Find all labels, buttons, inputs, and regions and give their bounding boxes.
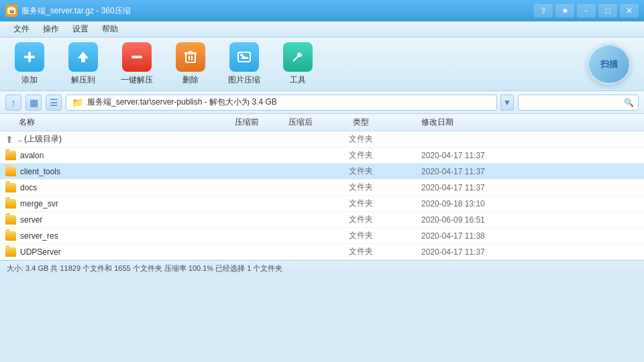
menu-help[interactable]: 帮助 (95, 22, 125, 36)
folder-icon (5, 215, 16, 225)
file-name: .. (上级目录) (17, 133, 62, 145)
column-headers: 名称 压缩前 压缩后 类型 修改日期 (0, 114, 644, 131)
svg-rect-7 (186, 54, 195, 62)
svg-rect-10 (189, 56, 190, 60)
add-icon (15, 42, 44, 72)
path-folder-icon: 📁 (72, 97, 83, 108)
search-icon[interactable]: 🔍 (624, 98, 634, 107)
extract-to-label: 解压到 (71, 74, 95, 86)
col-name-header: 名称 (5, 117, 220, 128)
file-name: server (20, 215, 42, 225)
folder-icon (5, 183, 16, 192)
folder-icon (5, 151, 16, 160)
maximize-button[interactable]: □ (598, 4, 617, 17)
col-after-header: 压缩后 (274, 117, 327, 128)
file-date: 2020-04-17 11:37 (394, 167, 639, 176)
svg-rect-1 (9, 7, 14, 9)
menu-settings[interactable]: 设置 (66, 22, 95, 36)
file-type: 文件夹 (327, 166, 394, 177)
bookmark-button[interactable]: ★ (555, 4, 574, 17)
svg-rect-6 (131, 56, 142, 58)
table-row[interactable]: server文件夹2020-06-09 16:51 (0, 212, 644, 228)
nav-grid-button[interactable]: ▦ (25, 95, 42, 111)
toolbar-extract-one[interactable]: 一键解压 (118, 42, 156, 86)
toolbar-extract-to[interactable]: 解压到 (64, 42, 102, 86)
folder-icon (5, 199, 16, 208)
table-row[interactable]: merge_svr文件夹2020-09-18 13:10 (0, 196, 644, 212)
folder-icon (5, 247, 16, 257)
toolbar-tools[interactable]: 工具 (279, 42, 317, 86)
file-date: 2020-04-17 11:37 (394, 183, 639, 192)
file-date: 2020-06-09 16:51 (394, 215, 639, 225)
toolbar-delete[interactable]: 删除 (172, 42, 209, 86)
svg-rect-9 (189, 51, 193, 53)
table-row[interactable]: client_tools文件夹2020-04-17 11:37 (0, 164, 644, 180)
file-type: 文件夹 (327, 133, 394, 145)
status-text: 大小: 3.4 GB 共 11829 个文件和 1655 个文件夹 压缩率 10… (7, 263, 282, 274)
file-type: 文件夹 (327, 149, 394, 161)
file-type: 文件夹 (327, 182, 394, 193)
col-date-header: 修改日期 (394, 117, 639, 128)
delete-label: 删除 (182, 74, 199, 86)
svg-rect-11 (191, 56, 193, 60)
img-compress-icon (229, 42, 259, 72)
address-path-text: 服务端_server.tar\server-publish - 解包大小为 3.… (87, 97, 277, 108)
img-compress-label: 图片压缩 (228, 74, 260, 86)
col-before-header: 压缩前 (220, 117, 274, 128)
scan-button[interactable]: 扫描 (588, 44, 631, 84)
file-type: 文件夹 (327, 198, 394, 209)
nav-list-button[interactable]: ☰ (46, 95, 62, 111)
menu-bar: 文件 操作 设置 帮助 (0, 21, 644, 38)
address-path-box[interactable]: 📁 服务端_server.tar\server-publish - 解包大小为 … (66, 95, 497, 111)
menu-operate[interactable]: 操作 (36, 22, 66, 36)
status-bar: 大小: 3.4 GB 共 11829 个文件和 1655 个文件夹 压缩率 10… (0, 260, 644, 276)
svg-point-14 (240, 54, 243, 56)
file-date: 2020-09-18 13:10 (394, 199, 639, 208)
minimize-button[interactable]: － (577, 4, 596, 17)
file-name: UDPServer (20, 247, 61, 257)
address-dropdown-button[interactable]: ▼ (500, 95, 514, 111)
menu-file[interactable]: 文件 (7, 22, 36, 36)
table-row[interactable]: UDPServer文件夹2020-04-17 11:37 (0, 244, 644, 260)
nav-up-button[interactable]: ↑ (5, 95, 21, 111)
extract-one-label: 一键解压 (121, 74, 153, 86)
file-date: 2020-04-17 11:38 (394, 231, 639, 241)
file-type: 文件夹 (327, 214, 394, 225)
tools-label: 工具 (290, 74, 306, 86)
file-name: docs (20, 183, 37, 192)
file-type: 文件夹 (327, 246, 394, 257)
add-label: 添加 (21, 74, 38, 86)
file-type: 文件夹 (327, 230, 394, 241)
search-box[interactable]: 🔍 (518, 95, 639, 111)
extract-one-icon (122, 42, 152, 72)
file-name: client_tools (20, 167, 60, 176)
title-bar: 📦 服务端_server.tar.gz - 360压缩 ⇧ ★ － □ ✕ (0, 0, 644, 21)
search-input[interactable] (523, 98, 621, 107)
file-date: 2020-04-17 11:37 (394, 151, 639, 160)
delete-icon (176, 42, 205, 72)
toolbar-img-compress[interactable]: 图片压缩 (225, 42, 263, 86)
close-button[interactable]: ✕ (620, 4, 639, 17)
file-date: 2020-04-17 11:37 (394, 247, 639, 257)
table-row[interactable]: ⬆.. (上级目录)文件夹 (0, 131, 644, 147)
tools-icon (283, 42, 313, 72)
file-rows-container: ⬆.. (上级目录)文件夹avalon文件夹2020-04-17 11:37cl… (0, 131, 644, 260)
col-type-header: 类型 (327, 117, 394, 128)
file-name: server_res (20, 231, 58, 241)
svg-text:📦: 📦 (9, 9, 15, 14)
svg-rect-4 (24, 56, 35, 58)
table-row[interactable]: server_res文件夹2020-04-17 11:38 (0, 228, 644, 244)
toolbar-add[interactable]: 添加 (11, 42, 48, 86)
file-name: avalon (20, 151, 44, 160)
parent-dir-icon: ⬆ (5, 134, 13, 145)
share-button[interactable]: ⇧ (534, 4, 553, 17)
app-icon: 📦 (5, 5, 17, 17)
file-list-area: 名称 压缩前 压缩后 类型 修改日期 ⬆.. (上级目录)文件夹avalon文件… (0, 114, 644, 260)
table-row[interactable]: avalon文件夹2020-04-17 11:37 (0, 147, 644, 164)
table-row[interactable]: docs文件夹2020-04-17 11:37 (0, 180, 644, 196)
toolbar: 添加 解压到 一键解压 删除 (0, 38, 644, 91)
window-title: 服务端_server.tar.gz - 360压缩 (21, 5, 534, 17)
folder-icon (5, 231, 16, 241)
scan-label: 扫描 (600, 58, 618, 70)
extract-to-icon (68, 42, 98, 72)
